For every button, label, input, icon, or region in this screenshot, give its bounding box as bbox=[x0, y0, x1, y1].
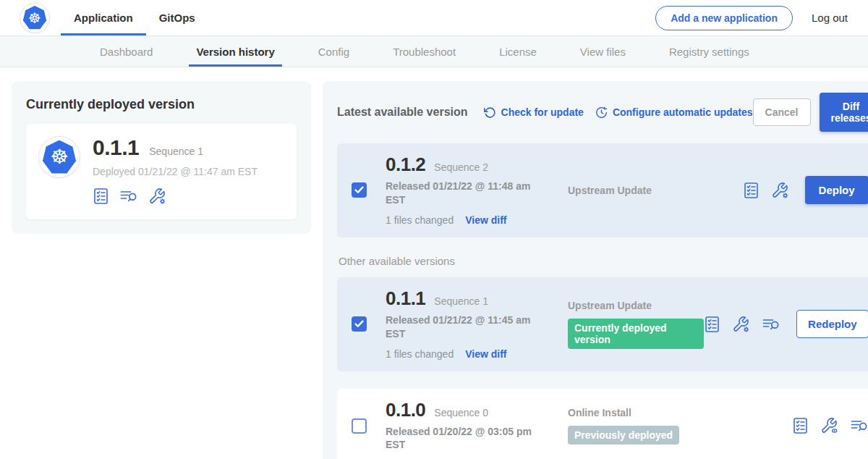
schedule-update-icon bbox=[595, 106, 608, 119]
tab-config[interactable]: Config bbox=[311, 36, 357, 67]
version-checkbox[interactable] bbox=[352, 418, 367, 434]
app-icon: ☸ bbox=[39, 137, 80, 177]
deployed-version-info: 0.1.1 Sequence 1 Deployed 01/21/22 @ 11:… bbox=[93, 137, 258, 205]
version-actions: Deploy bbox=[743, 176, 868, 204]
files-changed-row: 1 files changedView diff bbox=[386, 348, 539, 360]
released-timestamp: Released 01/21/22 @ 11:45 am EST bbox=[386, 313, 536, 341]
refresh-icon bbox=[484, 106, 496, 119]
app-logo: ☸ bbox=[20, 4, 49, 33]
preflight-checks-icon[interactable] bbox=[93, 188, 109, 205]
source-label: Upstream Update bbox=[568, 300, 704, 311]
panel-header: Latest available version Check for updat… bbox=[337, 93, 868, 132]
version-number: 0.1.0 bbox=[386, 400, 425, 419]
version-checkbox[interactable] bbox=[352, 182, 367, 198]
tab-version-history[interactable]: Version history bbox=[189, 36, 281, 67]
source-label: Online Install bbox=[568, 407, 792, 418]
deploy-button[interactable]: Deploy bbox=[805, 176, 868, 204]
other-available-versions-title: Other available versions bbox=[339, 255, 868, 267]
version-actions bbox=[792, 417, 868, 434]
preflight-checks-icon[interactable] bbox=[792, 417, 809, 434]
released-timestamp: Released 01/21/22 @ 11:48 am EST bbox=[386, 180, 536, 207]
version-info: 0.1.1Sequence 1Released 01/21/22 @ 11:45… bbox=[386, 289, 539, 360]
version-source: Upstream Update bbox=[539, 185, 743, 196]
tab-license[interactable]: License bbox=[492, 36, 544, 67]
version-number: 0.1.1 bbox=[386, 289, 425, 308]
deployed-version-sequence: Sequence 1 bbox=[149, 146, 203, 157]
version-actions: Redeploy bbox=[704, 310, 868, 338]
top-tab-gitops[interactable]: GitOps bbox=[146, 0, 208, 35]
top-nav: ☸ ApplicationGitOps Add a new applicatio… bbox=[0, 0, 868, 36]
deploy-logs-icon[interactable] bbox=[119, 188, 138, 205]
currently-deployed-card: Currently deployed version ☸ 0.1.1 Seque… bbox=[12, 81, 311, 234]
version-row-0-1-1: 0.1.1Sequence 1Released 01/21/22 @ 11:45… bbox=[337, 277, 868, 371]
version-source: Upstream UpdateCurrently deployed versio… bbox=[539, 300, 704, 349]
version-history-panel: Latest available version Check for updat… bbox=[323, 81, 868, 459]
redeploy-button[interactable]: Redeploy bbox=[796, 310, 868, 338]
tab-dashboard[interactable]: Dashboard bbox=[93, 36, 160, 67]
source-label: Upstream Update bbox=[568, 185, 743, 196]
released-timestamp: Released 01/20/22 @ 03:05 pm EST bbox=[386, 425, 536, 452]
deployed-version-number: 0.1.1 bbox=[93, 137, 139, 159]
deployed-version-actions bbox=[93, 188, 258, 205]
top-nav-right: Add a new application Log out bbox=[655, 0, 868, 35]
files-changed-count: 1 files changed bbox=[386, 214, 454, 226]
deployed-timestamp: Deployed 01/21/22 @ 11:47 am EST bbox=[93, 166, 258, 177]
edit-config-icon[interactable] bbox=[732, 316, 750, 333]
version-sequence: Sequence 0 bbox=[434, 407, 488, 418]
version-source: Online InstallPreviously deployed bbox=[539, 407, 792, 445]
cancel-button[interactable]: Cancel bbox=[753, 98, 811, 126]
deploy-logs-icon[interactable] bbox=[762, 316, 780, 333]
deployed-version-card: ☸ 0.1.1 Sequence 1 Deployed 01/21/22 @ 1… bbox=[26, 124, 297, 219]
view-diff-link[interactable]: View diff bbox=[465, 214, 506, 226]
currently-deployed-title: Currently deployed version bbox=[26, 97, 297, 112]
version-sequence: Sequence 1 bbox=[434, 295, 488, 307]
latest-available-title: Latest available version bbox=[337, 106, 468, 119]
version-sequence: Sequence 2 bbox=[434, 161, 488, 173]
tab-view-files[interactable]: View files bbox=[573, 36, 633, 67]
preflight-checks-icon[interactable] bbox=[743, 182, 760, 199]
view-config-icon[interactable] bbox=[820, 417, 838, 434]
deploy-logs-icon[interactable] bbox=[850, 417, 868, 434]
preflight-checks-icon[interactable] bbox=[704, 316, 720, 333]
kubernetes-logo-icon: ☸ bbox=[43, 140, 77, 174]
version-row-0-1-0: 0.1.0Sequence 0Released 01/20/22 @ 03:05… bbox=[337, 389, 868, 459]
diff-releases-button[interactable]: Diff releases bbox=[820, 93, 868, 132]
version-number: 0.1.2 bbox=[386, 155, 425, 174]
files-changed-row: 1 files changedView diff bbox=[386, 214, 539, 226]
kubernetes-logo-icon: ☸ bbox=[23, 6, 47, 30]
app-sub-nav: DashboardVersion historyConfigTroublesho… bbox=[0, 36, 868, 67]
version-info: 0.1.0Sequence 0Released 01/20/22 @ 03:05… bbox=[386, 400, 539, 452]
logout-link[interactable]: Log out bbox=[812, 12, 848, 24]
status-badge: Previously deployed bbox=[568, 426, 679, 445]
tab-registry-settings[interactable]: Registry settings bbox=[662, 36, 757, 67]
top-tabs: ApplicationGitOps bbox=[61, 0, 208, 35]
top-tab-application[interactable]: Application bbox=[61, 0, 146, 35]
version-row-0-1-2: 0.1.2Sequence 2Released 01/21/22 @ 11:48… bbox=[337, 143, 868, 237]
configure-automatic-updates-button[interactable]: Configure automatic updates bbox=[595, 106, 753, 119]
tab-troubleshoot[interactable]: Troubleshoot bbox=[386, 36, 463, 67]
main-content: Currently deployed version ☸ 0.1.1 Seque… bbox=[0, 67, 868, 459]
add-application-button[interactable]: Add a new application bbox=[655, 6, 793, 30]
latest-version-list: 0.1.2Sequence 2Released 01/21/22 @ 11:48… bbox=[337, 143, 868, 237]
other-version-list: 0.1.1Sequence 1Released 01/21/22 @ 11:45… bbox=[337, 277, 868, 459]
view-diff-link[interactable]: View diff bbox=[465, 348, 506, 360]
check-for-update-button[interactable]: Check for update bbox=[484, 106, 584, 119]
edit-config-icon[interactable] bbox=[771, 182, 789, 199]
version-checkbox[interactable] bbox=[352, 316, 367, 332]
version-info: 0.1.2Sequence 2Released 01/21/22 @ 11:48… bbox=[386, 155, 539, 226]
status-badge: Currently deployed version bbox=[568, 319, 704, 349]
edit-config-icon[interactable] bbox=[148, 188, 166, 205]
files-changed-count: 1 files changed bbox=[386, 348, 454, 360]
